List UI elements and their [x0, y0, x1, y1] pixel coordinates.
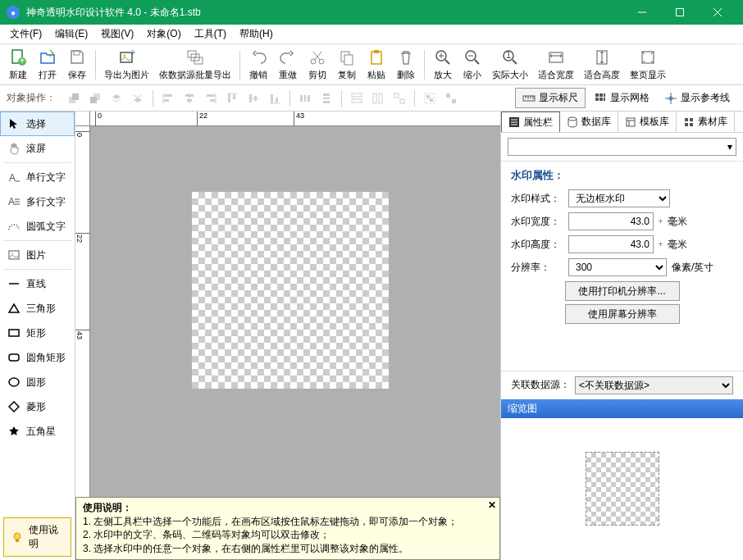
export-icon — [117, 48, 137, 67]
paste-button[interactable]: 粘贴 — [362, 46, 391, 84]
fit-width-icon — [546, 48, 566, 67]
fit-page-button[interactable]: 整页显示 — [625, 46, 671, 84]
svg-rect-37 — [72, 93, 79, 100]
svg-line-29 — [513, 60, 517, 64]
svg-rect-113 — [685, 123, 688, 126]
align-top-icon — [222, 89, 242, 108]
link-select[interactable]: <不关联数据源> — [575, 376, 733, 394]
maximize-button[interactable] — [661, 0, 699, 25]
redo-button[interactable]: 重做 — [273, 46, 303, 84]
svg-rect-61 — [323, 93, 330, 96]
tool-triangle[interactable]: 三角形 — [0, 296, 75, 321]
help-button[interactable]: 使用说明 — [3, 517, 71, 557]
svg-point-107 — [568, 117, 577, 121]
svg-text:A: A — [9, 172, 16, 184]
open-button[interactable]: 打开 — [33, 46, 62, 84]
svg-rect-80 — [595, 93, 599, 97]
tool-round-rect[interactable]: 圆角矩形 — [0, 345, 75, 370]
tool-star[interactable]: 五角星 — [0, 419, 75, 444]
show-guides-toggle[interactable]: 显示参考线 — [658, 89, 736, 107]
svg-rect-71 — [426, 95, 430, 98]
tab-templates[interactable]: 模板库 — [618, 112, 677, 132]
paste-icon — [367, 48, 386, 67]
svg-rect-39 — [90, 97, 97, 103]
tab-properties[interactable]: 属性栏 — [501, 112, 560, 132]
dpi-select[interactable]: 300 — [568, 258, 667, 276]
save-button[interactable]: 保存 — [62, 46, 92, 84]
cut-button[interactable]: 剪切 — [303, 46, 332, 84]
menu-edit[interactable]: 编辑(E) — [48, 25, 94, 43]
zoom-out-button[interactable]: 缩小 — [458, 46, 487, 84]
menu-file[interactable]: 文件(F) — [3, 25, 48, 43]
svg-rect-74 — [452, 99, 456, 103]
hint-box: ✕ 使用说明： 1. 左侧工具栏中选择一个功能后，在画布区域按住鼠标左键拖动，即… — [75, 497, 500, 560]
tool-line[interactable]: 直线 — [0, 271, 75, 296]
copy-button[interactable]: 复制 — [332, 46, 362, 84]
app-icon: ● — [7, 6, 20, 19]
new-button[interactable]: +新建 — [3, 46, 33, 84]
tool-multi-text[interactable]: A多行文字 — [0, 189, 75, 214]
object-selector-combo[interactable]: ▾ — [508, 138, 736, 156]
export-image-button[interactable]: 导出为图片 — [99, 46, 154, 84]
align-right-icon — [201, 89, 221, 108]
width-unit: 毫米 — [668, 215, 717, 229]
minimize-button[interactable] — [623, 0, 661, 25]
svg-rect-63 — [323, 101, 330, 103]
tool-single-text[interactable]: A单行文字 — [0, 165, 75, 189]
tool-diamond[interactable]: 菱形 — [0, 394, 75, 419]
tool-ellipse[interactable]: 圆形 — [0, 370, 75, 394]
width-input[interactable] — [568, 212, 654, 230]
menu-tools[interactable]: 工具(T) — [188, 25, 233, 43]
show-ruler-toggle[interactable]: 显示标尺 — [515, 88, 586, 108]
tool-rect[interactable]: 矩形 — [0, 321, 75, 345]
menu-help[interactable]: 帮助(H) — [233, 25, 280, 43]
svg-rect-69 — [400, 99, 404, 103]
tab-assets[interactable]: 素材库 — [677, 112, 735, 132]
artboard[interactable] — [192, 192, 389, 389]
menu-object[interactable]: 对象(O) — [140, 25, 187, 43]
height-input[interactable] — [568, 235, 654, 253]
link-label: 关联数据源： — [511, 378, 570, 392]
svg-rect-64 — [352, 93, 362, 97]
fit-height-button[interactable]: 适合高度 — [579, 46, 625, 84]
align-left-icon — [158, 89, 178, 108]
svg-rect-51 — [233, 94, 235, 99]
svg-point-101 — [14, 533, 21, 540]
screen-dpi-button[interactable]: 使用屏幕分辨率 — [565, 304, 680, 324]
printer-dpi-button[interactable]: 使用打印机分辨率... — [565, 281, 680, 301]
canvas-area[interactable]: 0 22 43 0 22 43 ✕ 使用说明： 1. 左侧工具栏中选择一个功能后… — [75, 112, 500, 560]
svg-rect-62 — [323, 98, 330, 99]
zoom-in-button[interactable]: 放大 — [428, 46, 458, 84]
tool-arc-text[interactable]: 圆弧文字 — [0, 214, 75, 239]
menu-view[interactable]: 视图(V) — [94, 25, 140, 43]
send-back-icon — [85, 89, 105, 108]
tool-pan[interactable]: 滚屏 — [0, 136, 75, 161]
ruler-icon — [522, 92, 536, 105]
delete-button[interactable]: 删除 — [391, 46, 421, 84]
svg-line-26 — [475, 60, 479, 64]
height-unit: 毫米 — [668, 238, 717, 252]
layer-down-icon — [128, 89, 148, 108]
svg-rect-67 — [379, 93, 382, 103]
fit-width-button[interactable]: 适合宽度 — [533, 46, 579, 84]
hint-close-button[interactable]: ✕ — [488, 499, 496, 511]
batch-export-button[interactable]: 依数据源批量导出 — [154, 46, 236, 84]
close-button[interactable] — [699, 0, 736, 25]
svg-point-96 — [11, 253, 13, 254]
text-icon: A — [7, 170, 21, 184]
dpi-unit: 像素/英寸 — [672, 261, 721, 275]
style-select[interactable]: 无边框水印 — [568, 189, 670, 207]
undo-button[interactable]: 撤销 — [244, 46, 273, 84]
tool-select[interactable]: 选择 — [0, 112, 75, 136]
image-icon — [7, 248, 21, 262]
svg-rect-65 — [352, 99, 362, 102]
tool-image[interactable]: 图片 — [0, 243, 75, 267]
ungroup-icon — [441, 89, 461, 108]
svg-rect-85 — [604, 98, 605, 101]
tab-database[interactable]: 数据库 — [560, 112, 618, 132]
show-grid-toggle[interactable]: 显示网格 — [587, 89, 656, 107]
align-center-h-icon — [180, 89, 199, 108]
svg-rect-44 — [185, 94, 194, 97]
actual-size-button[interactable]: 1实际大小 — [487, 46, 533, 84]
bulb-icon — [11, 530, 24, 544]
